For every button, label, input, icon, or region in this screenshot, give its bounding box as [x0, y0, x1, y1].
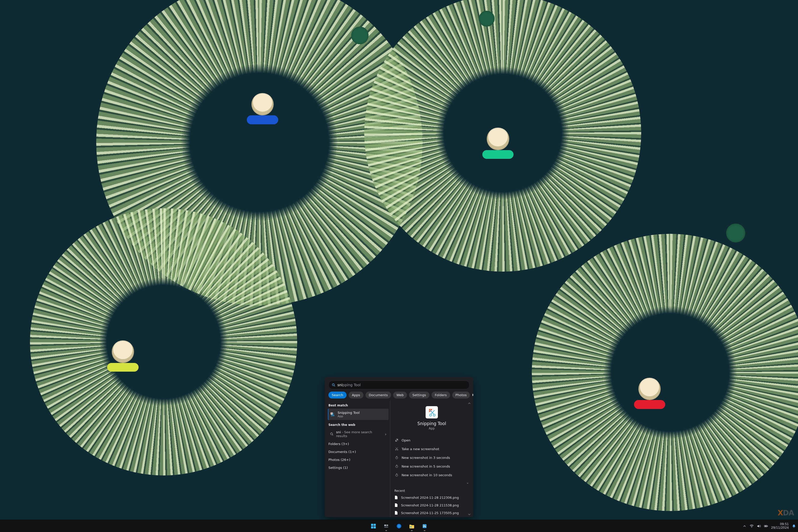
search-query: sni [337, 383, 342, 387]
category-folders[interactable]: Folders (3+) [328, 440, 388, 448]
svg-rect-40 [374, 526, 376, 528]
category-photos[interactable]: Photos (26+) [328, 456, 388, 464]
svg-rect-46 [410, 526, 412, 527]
start-button[interactable] [368, 521, 379, 531]
best-match-header: Best match [328, 404, 388, 407]
tray-battery-icon[interactable] [764, 524, 768, 528]
recent-file-name: Screenshot 2024-11-28 212306.png [401, 496, 459, 499]
svg-rect-16 [429, 409, 431, 410]
file-icon [394, 495, 398, 499]
filter-web[interactable]: Web [393, 392, 407, 398]
svg-rect-45 [410, 525, 414, 528]
web-search-prefix: sni [336, 430, 341, 434]
search-icon [330, 432, 334, 436]
results-list: Best match Snipping Tool [325, 401, 390, 517]
action-label: Open [402, 438, 411, 442]
action-open[interactable]: Open [390, 436, 473, 444]
recent-header: Recent [390, 487, 473, 494]
svg-point-24 [395, 450, 396, 451]
filter-settings[interactable]: Settings [409, 392, 429, 398]
recent-file-name: Screenshot 2024-11-25 173505.png [401, 511, 459, 515]
search-filters: Search Apps Documents Web Settings Folde… [325, 391, 473, 401]
svg-line-1 [334, 385, 335, 386]
svg-rect-52 [767, 526, 768, 527]
web-search-suffix: - See more search results [336, 430, 372, 438]
snipping-tool-icon [330, 412, 335, 417]
svg-rect-39 [371, 526, 373, 528]
category-settings[interactable]: Settings (1) [328, 464, 388, 472]
chevron-right-icon: › [385, 432, 386, 437]
filter-documents[interactable]: Documents [365, 392, 391, 398]
search-box[interactable]: snipping Tool [328, 381, 470, 389]
svg-point-9 [331, 415, 333, 416]
timer-icon [394, 473, 399, 477]
scissors-icon [394, 446, 399, 451]
recent-file[interactable]: Screenshot 2024-11-25 173505.png [390, 509, 473, 517]
recent-file[interactable]: Screenshot 2024-11-28 212306.png [390, 494, 473, 501]
svg-rect-41 [384, 525, 386, 526]
action-label: New screenshot in 10 seconds [402, 473, 452, 477]
svg-rect-37 [371, 524, 373, 526]
recent-file[interactable]: Screenshot 2024-11-28 211538.png [390, 501, 473, 509]
svg-rect-43 [384, 526, 388, 527]
svg-point-49 [752, 527, 752, 528]
svg-line-26 [396, 448, 398, 450]
action-delay-10s[interactable]: New screenshot in 10 seconds [390, 471, 473, 479]
web-search-result[interactable]: sni - See more search results › [328, 428, 388, 440]
taskbar-app-edge[interactable] [394, 521, 404, 531]
scroll-down-button[interactable] [467, 513, 472, 516]
best-match-subtitle: App [338, 415, 360, 418]
taskbar-clock[interactable]: 09:51 29/11/2024 [771, 522, 789, 530]
svg-rect-38 [374, 524, 376, 526]
taskbar-date: 29/11/2024 [771, 526, 789, 530]
app-tile-icon [425, 406, 438, 418]
filter-folders[interactable]: Folders [432, 392, 450, 398]
timer-icon [394, 455, 399, 460]
svg-point-48 [423, 525, 424, 526]
recent-file-name: Screenshot 2024-11-28 211538.png [401, 504, 459, 507]
recent-file[interactable]: Screenshot 2024-11-25 170301.png [390, 517, 473, 517]
chevron-down-icon: ⌄ [466, 480, 469, 484]
filter-more-icon[interactable] [472, 391, 473, 398]
scroll-up-button[interactable] [467, 402, 472, 405]
tray-chevron-up-icon[interactable] [742, 524, 746, 528]
search-icon [332, 383, 335, 387]
open-icon [394, 438, 399, 442]
svg-point-20 [430, 414, 432, 416]
svg-point-13 [330, 433, 332, 435]
tray-notifications-icon[interactable] [792, 524, 796, 528]
svg-point-10 [333, 415, 334, 416]
expand-toggle[interactable]: ⌄ [390, 479, 473, 486]
svg-point-53 [794, 527, 794, 528]
svg-rect-17 [431, 409, 432, 410]
action-delay-3s[interactable]: New screenshot in 3 seconds [390, 453, 473, 462]
svg-line-14 [332, 435, 333, 435]
file-icon [394, 503, 398, 507]
watermark-xda: XDA [778, 509, 794, 517]
best-match-title: Snipping Tool [338, 411, 360, 415]
taskbar-app-paint[interactable] [419, 521, 430, 531]
filter-photos[interactable]: Photos [452, 392, 470, 398]
svg-point-25 [397, 450, 398, 451]
action-delay-5s[interactable]: New screenshot in 5 seconds [390, 462, 473, 471]
action-label: New screenshot in 3 seconds [402, 456, 450, 460]
taskbar-time: 09:51 [771, 522, 789, 526]
taskbar-app-task-view[interactable] [381, 521, 391, 531]
filter-search[interactable]: Search [328, 392, 346, 398]
timer-icon [394, 464, 399, 469]
category-documents[interactable]: Documents (1+) [328, 448, 388, 456]
taskbar: 09:51 29/11/2024 [0, 520, 798, 532]
best-match-result[interactable]: Snipping Tool App [328, 409, 388, 420]
svg-rect-8 [331, 414, 331, 414]
tray-wifi-icon[interactable] [750, 524, 754, 528]
svg-line-27 [396, 448, 397, 450]
taskbar-app-explorer[interactable] [407, 521, 417, 531]
tray-volume-icon[interactable] [757, 524, 761, 528]
action-label: New screenshot in 5 seconds [402, 464, 450, 468]
result-detail-pane: Snipping Tool App Open Take a new screen… [390, 401, 473, 517]
action-take-screenshot[interactable]: Take a new screenshot [390, 444, 473, 453]
search-web-header: Search the web [328, 423, 388, 426]
detail-title: Snipping Tool [394, 421, 469, 426]
action-label: Take a new screenshot [402, 447, 439, 451]
filter-apps[interactable]: Apps [348, 392, 363, 398]
